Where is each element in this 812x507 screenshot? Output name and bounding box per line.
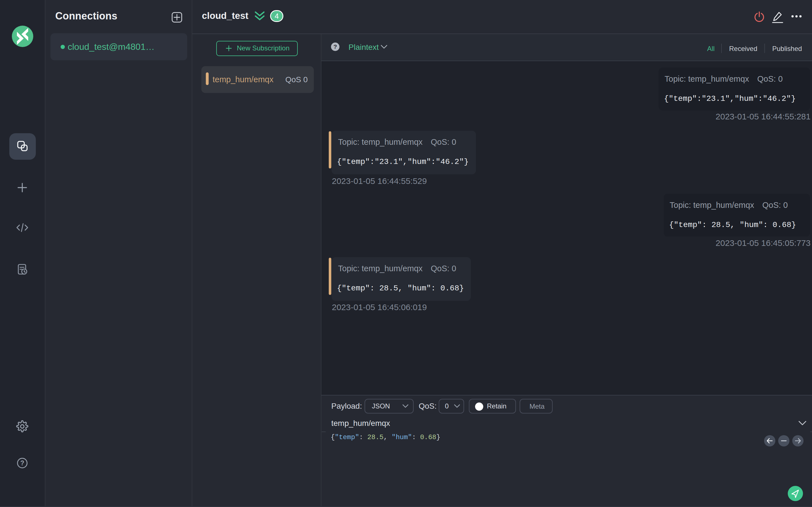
svg-text:?: ? (20, 459, 24, 467)
